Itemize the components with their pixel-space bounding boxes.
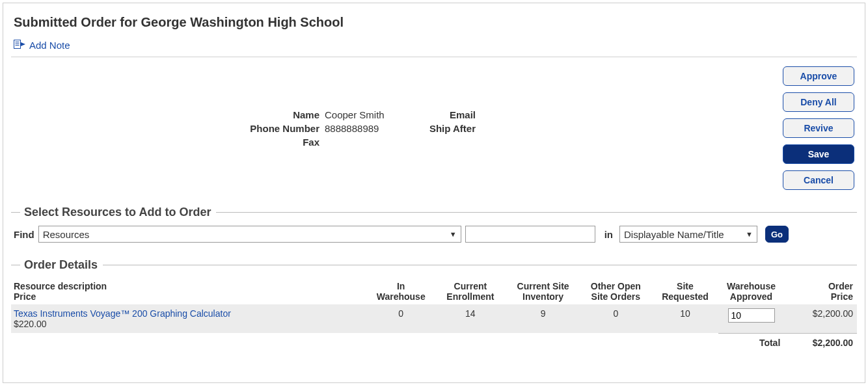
in-select[interactable]: Displayable Name/Title ▼ xyxy=(619,226,757,243)
phone-label: Phone Number xyxy=(11,123,323,134)
select-resources-heading: Select Resources to Add to Order xyxy=(24,206,211,219)
col-site-req-1: Site xyxy=(677,281,694,291)
find-select[interactable]: Resources ▼ xyxy=(38,226,461,243)
in-label: in xyxy=(599,229,616,240)
col-other-open-2: Site Orders xyxy=(583,291,648,302)
col-other-open-1: Other Open xyxy=(591,281,641,291)
total-value: $2,200.00 xyxy=(784,333,857,352)
find-label: Find xyxy=(14,229,34,240)
fax-label: Fax xyxy=(11,137,323,148)
total-label: Total xyxy=(718,333,785,352)
order-info: Name Cooper Smith Email Phone Number 888… xyxy=(11,64,783,148)
ship-after-value xyxy=(480,123,783,134)
cell-order-price: $2,200.00 xyxy=(784,304,857,333)
find-select-value: Resources xyxy=(43,229,90,240)
cell-site-requested: 10 xyxy=(652,304,718,333)
note-icon xyxy=(14,39,29,51)
divider xyxy=(11,57,857,57)
col-enroll-1: Current xyxy=(454,281,487,291)
cell-current-enrollment: 14 xyxy=(434,304,507,333)
name-value: Cooper Smith xyxy=(323,109,401,120)
add-note-link[interactable]: Add Note xyxy=(29,40,70,51)
col-wh-appr-2: Approved xyxy=(722,291,781,302)
col-price-label: Price xyxy=(14,291,364,302)
email-label: Email xyxy=(401,109,480,120)
email-value xyxy=(480,109,783,120)
add-note-row[interactable]: Add Note xyxy=(14,39,857,51)
cell-in-warehouse: 0 xyxy=(368,304,434,333)
warehouse-approved-input[interactable] xyxy=(728,308,775,323)
go-button[interactable]: Go xyxy=(765,226,789,243)
table-row: Texas Instruments Voyage™ 200 Graphing C… xyxy=(11,304,857,333)
cancel-button[interactable]: Cancel xyxy=(783,170,854,190)
cell-other-open: 0 xyxy=(579,304,652,333)
deny-all-button[interactable]: Deny All xyxy=(783,92,854,112)
actions-column: Approve Deny All Revive Save Cancel xyxy=(783,64,857,190)
search-input[interactable] xyxy=(465,226,595,243)
name-label: Name xyxy=(11,109,323,120)
revive-button[interactable]: Revive xyxy=(783,118,854,138)
col-order-price-2: Price xyxy=(788,291,853,302)
col-order-price-1: Order xyxy=(828,281,853,291)
approve-button[interactable]: Approve xyxy=(783,66,854,86)
order-details-section: Order Details xyxy=(11,258,857,272)
select-resources-section: Select Resources to Add to Order xyxy=(11,206,857,219)
col-enroll-2: Enrollment xyxy=(438,291,503,302)
chevron-down-icon: ▼ xyxy=(450,230,457,238)
chevron-down-icon: ▼ xyxy=(746,230,753,238)
resource-price: $220.00 xyxy=(14,319,364,329)
col-in-warehouse-2: Warehouse xyxy=(372,291,430,302)
col-in-warehouse-1: In xyxy=(397,281,405,291)
col-wh-appr-1: Warehouse xyxy=(727,281,776,291)
col-site-req-2: Requested xyxy=(656,291,714,302)
svg-rect-0 xyxy=(14,40,21,49)
in-select-value: Displayable Name/Title xyxy=(624,229,724,240)
phone-value: 8888888989 xyxy=(323,123,401,134)
save-button[interactable]: Save xyxy=(783,144,854,164)
col-site-inv-1: Current Site xyxy=(517,281,569,291)
order-details-heading: Order Details xyxy=(24,258,98,272)
ship-after-label: Ship After xyxy=(401,123,480,134)
col-resource: Resource description xyxy=(14,281,107,291)
col-site-inv-2: Inventory xyxy=(511,291,576,302)
fax-value xyxy=(323,137,401,148)
order-details-table: Resource description Price In Warehouse … xyxy=(11,278,857,352)
resource-link[interactable]: Texas Instruments Voyage™ 200 Graphing C… xyxy=(14,308,231,319)
cell-current-site-inventory: 9 xyxy=(507,304,580,333)
page-title: Submitted Order for George Washington Hi… xyxy=(14,15,857,30)
